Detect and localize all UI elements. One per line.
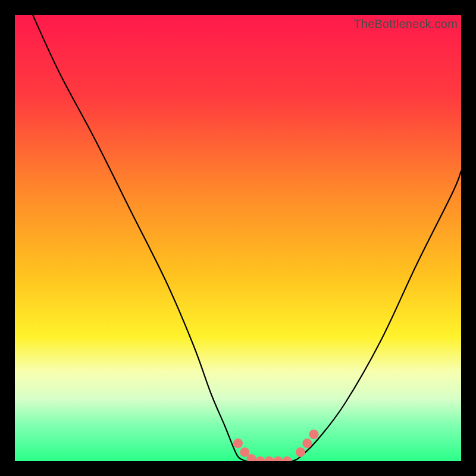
curve-marker bbox=[302, 439, 312, 448]
bottleneck-curve-plot bbox=[15, 15, 461, 461]
watermark-text: TheBottleneck.com bbox=[353, 17, 458, 31]
plot-background bbox=[15, 15, 461, 461]
curve-marker bbox=[233, 439, 243, 448]
chart-frame: TheBottleneck.com bbox=[15, 15, 461, 461]
curve-marker bbox=[296, 447, 305, 457]
curve-marker bbox=[309, 430, 319, 439]
